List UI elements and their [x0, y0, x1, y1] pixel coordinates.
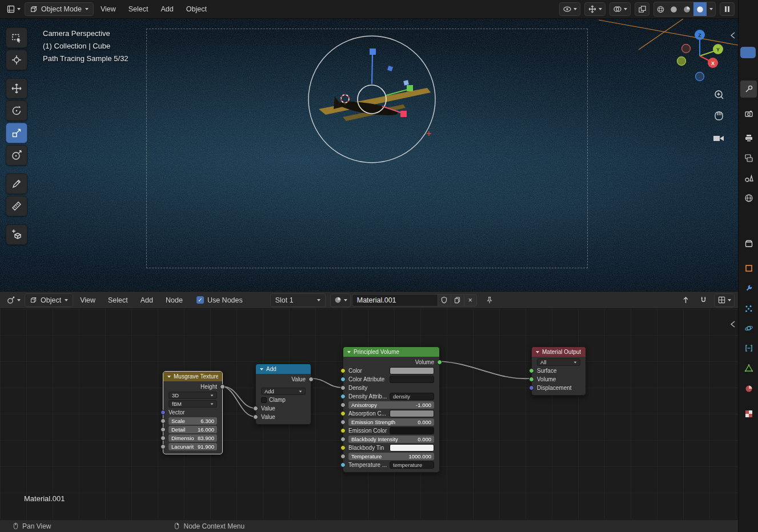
detail-slider[interactable]: Detail16.000	[169, 426, 217, 433]
parent-node-tree-button[interactable]	[679, 293, 692, 307]
socket-detail-input[interactable]	[161, 427, 166, 432]
tab-tool[interactable]	[740, 80, 757, 98]
shading-solid-button[interactable]	[667, 2, 680, 16]
socket-height-output[interactable]	[220, 384, 225, 389]
socket-value-input-1[interactable]	[253, 406, 258, 411]
shading-material-button[interactable]	[680, 2, 693, 16]
socket-color-attribute-input[interactable]	[340, 377, 346, 382]
tab-constraints[interactable]	[740, 340, 757, 357]
tool-select-box[interactable]	[6, 27, 27, 48]
socket-scale-input[interactable]	[161, 418, 166, 424]
emission-color-swatch[interactable]	[390, 427, 434, 434]
tool-add-cube[interactable]	[6, 224, 27, 245]
absorption-color-swatch[interactable]	[390, 410, 434, 417]
tool-measure[interactable]	[6, 196, 27, 216]
show-overlays-dropdown[interactable]	[609, 2, 631, 16]
clamp-checkbox[interactable]	[261, 397, 267, 403]
menu-object[interactable]: Object	[181, 2, 212, 16]
collapse-triangle-icon[interactable]	[260, 368, 263, 370]
snapping-button[interactable]	[696, 293, 710, 307]
node-math-add[interactable]: Add Value Add Clamp Value Value	[255, 364, 311, 425]
tab-texture[interactable]	[740, 405, 757, 422]
scale-slider[interactable]: Scale6.300	[169, 417, 217, 425]
color-swatch[interactable]	[390, 367, 434, 374]
temperature-slider[interactable]: Temperature1000.000	[348, 453, 434, 460]
shading-rendered-button[interactable]	[693, 2, 707, 16]
object-visibility-dropdown[interactable]	[559, 2, 580, 16]
operation-dropdown[interactable]: Add	[261, 388, 306, 395]
pause-preview-button[interactable]	[720, 2, 735, 16]
dimension-slider[interactable]: Dimensio83.900	[169, 434, 217, 442]
node-header[interactable]: Add	[256, 364, 311, 374]
tab-object-data[interactable]	[740, 360, 757, 377]
shading-wireframe-button[interactable]	[654, 2, 667, 16]
socket-density-input[interactable]	[340, 385, 346, 390]
anisotropy-slider[interactable]: Anisotropy-1.000	[348, 401, 434, 409]
tab-collection[interactable]	[740, 235, 757, 252]
shader-type-dropdown[interactable]: Object	[25, 293, 73, 307]
pin-button[interactable]	[483, 293, 496, 307]
material-slot-dropdown[interactable]: Slot 1	[270, 293, 326, 307]
socket-displacement-input[interactable]	[529, 385, 534, 390]
collapse-triangle-icon[interactable]	[347, 351, 351, 353]
node-header[interactable]: Principled Volume	[343, 347, 439, 357]
xray-toggle[interactable]	[635, 2, 649, 16]
tab-world[interactable]	[740, 190, 757, 207]
node-header[interactable]: Material Output	[532, 347, 585, 357]
node-header[interactable]: Musgrave Texture	[163, 372, 222, 381]
socket-volume-output[interactable]	[437, 360, 442, 365]
shading-options-dropdown[interactable]	[707, 2, 715, 16]
dimensions-dropdown[interactable]: 3D	[169, 392, 217, 399]
socket-value-input-2[interactable]	[253, 414, 258, 420]
material-name-field[interactable]: Material.001	[352, 294, 438, 307]
show-gizmos-dropdown[interactable]	[584, 2, 605, 16]
density-attribute-field[interactable]: density	[390, 393, 434, 400]
tab-render[interactable]	[740, 105, 757, 122]
socket-emission-strength-input[interactable]	[340, 420, 346, 425]
tab-material[interactable]	[740, 380, 757, 397]
tab-view-layer[interactable]	[740, 150, 757, 167]
blackbody-intensity-slider[interactable]: Blackbody Intensity0.000	[348, 436, 434, 443]
musgrave-type-dropdown[interactable]: fBM	[169, 400, 217, 408]
editor-type-button[interactable]	[3, 293, 23, 307]
tool-move[interactable]	[6, 78, 27, 99]
socket-vector-input[interactable]	[161, 410, 166, 415]
socket-dimension-input[interactable]	[161, 436, 166, 441]
collapse-triangle-icon[interactable]	[536, 351, 539, 353]
tool-cursor[interactable]	[6, 50, 27, 70]
tool-rotate[interactable]	[6, 100, 27, 121]
socket-surface-input[interactable]	[529, 368, 534, 373]
unlink-material-button[interactable]: ×	[464, 294, 477, 307]
menu-view[interactable]: View	[95, 2, 122, 16]
tab-modifiers[interactable]	[740, 280, 757, 297]
tab-strip-scrollbar[interactable]	[740, 47, 756, 58]
menu-add[interactable]: Add	[155, 2, 179, 16]
color-attribute-field[interactable]	[390, 376, 434, 383]
socket-temperature-attribute-input[interactable]	[340, 462, 346, 467]
node-material-output[interactable]: Material Output All Surface Volume Displ…	[531, 346, 586, 396]
mode-dropdown[interactable]: Object Mode	[25, 2, 94, 16]
menu-view[interactable]: View	[74, 293, 101, 307]
collapse-triangle-icon[interactable]	[167, 376, 171, 378]
fake-user-button[interactable]	[438, 294, 451, 307]
tab-particles[interactable]	[740, 300, 757, 317]
use-nodes-toggle[interactable]: ✓ Use Nodes	[196, 296, 243, 304]
output-target-dropdown[interactable]: All	[537, 358, 580, 366]
socket-volume-input[interactable]	[529, 377, 534, 382]
socket-blackbody-tint-input[interactable]	[340, 445, 346, 450]
tab-scene[interactable]	[740, 170, 757, 187]
tab-object[interactable]	[740, 260, 757, 277]
lacunarity-slider[interactable]: Lacunarit91.900	[169, 443, 217, 450]
socket-value-output[interactable]	[308, 377, 314, 382]
menu-select[interactable]: Select	[102, 293, 134, 307]
checkbox-checked-icon[interactable]: ✓	[196, 296, 204, 304]
emission-strength-slider[interactable]: Emission Strength0.000	[348, 418, 434, 426]
menu-add[interactable]: Add	[135, 293, 159, 307]
node-principled-volume[interactable]: Principled Volume Volume Color Color Att…	[343, 346, 440, 473]
socket-anisotropy-input[interactable]	[340, 402, 346, 408]
socket-blackbody-intensity-input[interactable]	[340, 437, 346, 442]
editor-options-dropdown[interactable]	[714, 293, 735, 307]
browse-material-dropdown[interactable]	[330, 293, 351, 307]
blackbody-tint-swatch[interactable]	[390, 444, 434, 452]
new-material-button[interactable]	[451, 294, 464, 307]
